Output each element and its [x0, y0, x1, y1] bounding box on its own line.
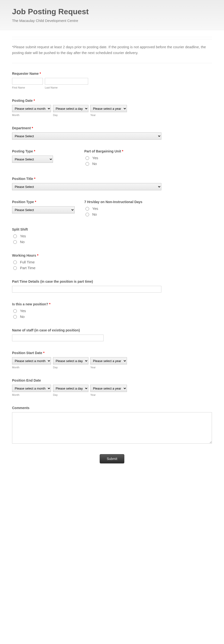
bargaining-yes-radio[interactable]	[85, 156, 89, 160]
department-select[interactable]: Please Select	[12, 132, 161, 140]
staff-name-label: Name of staff (in case of existing posit…	[12, 328, 212, 332]
working-hours-label: Working Hours *	[12, 254, 212, 257]
posting-year-select[interactable]: Please select a year	[90, 105, 127, 112]
pt-details-input[interactable]	[12, 286, 161, 292]
radio-label: Part Time	[20, 266, 35, 270]
start-year-select[interactable]: Please select a year	[90, 357, 127, 364]
department-label: Department *	[12, 126, 212, 130]
year-sublabel: Year	[90, 114, 127, 116]
last-name-sublabel: Last Name	[45, 86, 88, 89]
staff-name-input[interactable]	[12, 334, 104, 341]
end-date-label: Position End Date	[12, 378, 212, 382]
month-sublabel: Month	[12, 394, 51, 396]
day-sublabel: Day	[53, 394, 88, 396]
intro-text: *Please submit request at least 2 days p…	[12, 44, 212, 56]
comments-label: Comments	[12, 406, 212, 410]
position-type-select[interactable]: Please Select	[12, 206, 75, 214]
form-content: *Please submit request at least 2 days p…	[0, 30, 224, 478]
seven-hrs-yes-radio[interactable]	[85, 207, 89, 210]
seven-hrs-label: 7 Hrs/day on Non-Instructional Days	[84, 200, 142, 204]
year-sublabel: Year	[90, 366, 127, 369]
position-title-label: Position Title *	[12, 177, 212, 181]
new-position-yes-radio[interactable]	[13, 309, 17, 313]
posting-type-select[interactable]: Please Select	[12, 156, 53, 163]
submit-button[interactable]: Submit	[100, 454, 124, 463]
position-type-label: Position Type *	[12, 200, 75, 204]
page-title: Job Posting Request	[12, 7, 212, 16]
divider	[12, 37, 212, 37]
start-day-select[interactable]: Please select a day	[53, 357, 88, 364]
posting-date-label: Posting Date *	[12, 99, 212, 102]
new-position-label: Is this a new position? *	[12, 302, 212, 306]
radio-label: Yes	[20, 309, 26, 313]
radio-label: No	[92, 212, 97, 216]
end-year-select[interactable]: Please select a year	[90, 385, 127, 392]
last-name-input[interactable]	[45, 78, 88, 85]
start-date-label: Position Start Date *	[12, 351, 212, 355]
radio-label: Full Time	[20, 260, 35, 264]
day-sublabel: Day	[53, 366, 88, 369]
posting-type-label: Posting Type *	[12, 149, 75, 153]
month-sublabel: Month	[12, 114, 51, 116]
bargaining-no-radio[interactable]	[85, 162, 89, 166]
posting-month-select[interactable]: Please select a month	[12, 105, 51, 112]
radio-label: Yes	[92, 156, 98, 160]
month-sublabel: Month	[12, 366, 51, 369]
divider	[12, 39, 212, 39]
divider	[12, 63, 212, 63]
position-title-select[interactable]: Please Select	[12, 183, 161, 190]
comments-textarea[interactable]	[12, 412, 212, 444]
bargaining-label: Part of Bargaining Unit *	[84, 149, 123, 153]
radio-label: No	[92, 162, 97, 166]
end-day-select[interactable]: Please select a day	[53, 385, 88, 392]
day-sublabel: Day	[53, 114, 88, 116]
first-name-input[interactable]	[12, 78, 43, 85]
split-shift-label: Split Shift	[12, 228, 212, 231]
posting-day-select[interactable]: Please select a day	[53, 105, 88, 112]
radio-label: Yes	[92, 206, 98, 210]
requester-label: Requester Name *	[12, 72, 212, 76]
radio-label: No	[20, 314, 24, 318]
new-position-no-radio[interactable]	[13, 315, 17, 318]
part-time-radio[interactable]	[13, 266, 17, 270]
first-name-sublabel: First Name	[12, 86, 43, 89]
pt-details-label: Part Time Details (in case the position …	[12, 280, 212, 284]
start-month-select[interactable]: Please select a month	[12, 357, 51, 364]
seven-hrs-no-radio[interactable]	[85, 213, 89, 216]
split-yes-radio[interactable]	[13, 234, 17, 238]
radio-label: Yes	[20, 234, 26, 238]
end-month-select[interactable]: Please select a month	[12, 385, 51, 392]
split-no-radio[interactable]	[13, 240, 17, 244]
full-time-radio[interactable]	[13, 260, 17, 264]
page-subtitle: The Macaulay Child Development Centre	[12, 18, 212, 23]
radio-label: No	[20, 240, 24, 244]
page-header: Job Posting Request The Macaulay Child D…	[0, 0, 224, 30]
year-sublabel: Year	[90, 394, 127, 396]
